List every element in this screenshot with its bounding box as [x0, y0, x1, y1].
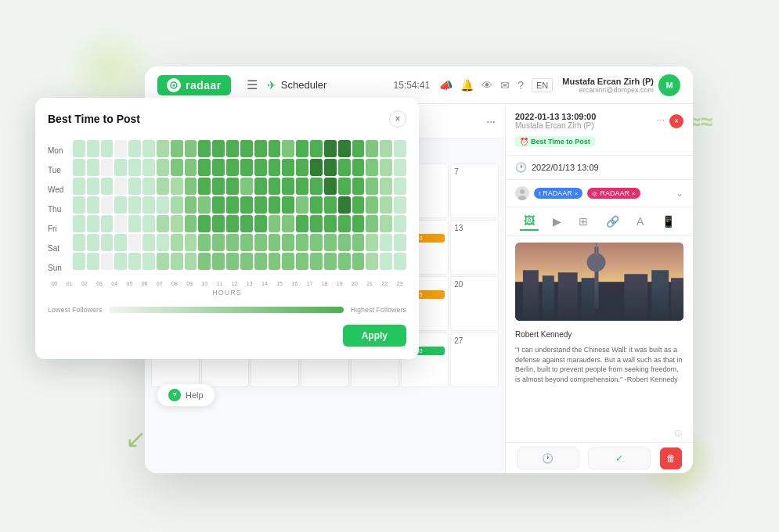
heatmap-cell-sat-6[interactable]: [157, 234, 169, 251]
heatmap-cell-tue-1[interactable]: [87, 159, 99, 176]
eye-icon[interactable]: 👁: [481, 79, 492, 92]
heatmap-cell-sun-5[interactable]: [142, 253, 155, 270]
heatmap-cell-mon-8[interactable]: [185, 140, 197, 157]
tab-link[interactable]: 🔗: [602, 213, 623, 230]
heatmap-cell-mon-11[interactable]: [226, 140, 239, 157]
heatmap-cell-sun-7[interactable]: [171, 253, 183, 270]
heatmap-cell-fri-6[interactable]: [157, 215, 169, 232]
heatmap-cell-wed-15[interactable]: [282, 178, 294, 195]
heatmap-cell-wed-23[interactable]: [394, 178, 406, 195]
tab-text[interactable]: A: [633, 213, 647, 230]
account-tag-1[interactable]: f RADAAR ×: [534, 188, 582, 199]
heatmap-cell-sun-19[interactable]: [338, 253, 351, 270]
heatmap-cell-sat-20[interactable]: [352, 234, 365, 251]
cal-cell-7[interactable]: 7: [450, 164, 499, 218]
heatmap-cell-fri-10[interactable]: [212, 215, 225, 232]
modal-close-button[interactable]: ×: [389, 110, 406, 128]
heatmap-cell-tue-10[interactable]: [212, 159, 225, 176]
heatmap-cell-mon-12[interactable]: [240, 140, 253, 157]
language-selector[interactable]: EN: [532, 78, 553, 92]
app-logo[interactable]: radaar: [157, 75, 231, 95]
close-button[interactable]: ×: [669, 114, 683, 128]
heatmap-cell-sat-7[interactable]: [171, 234, 183, 251]
heatmap-cell-fri-5[interactable]: [142, 215, 155, 232]
heatmap-cell-fri-17[interactable]: [310, 215, 323, 232]
heatmap-cell-tue-12[interactable]: [240, 159, 253, 176]
heatmap-cell-thu-9[interactable]: [198, 196, 211, 214]
heatmap-cell-thu-5[interactable]: [142, 196, 155, 214]
heatmap-cell-tue-23[interactable]: [394, 159, 406, 176]
heatmap-cell-thu-12[interactable]: [240, 196, 253, 214]
heatmap-cell-tue-6[interactable]: [157, 159, 169, 176]
heatmap-cell-fri-7[interactable]: [171, 215, 183, 232]
heatmap-cell-sat-14[interactable]: [269, 234, 281, 251]
heatmap-cell-sat-4[interactable]: [128, 234, 141, 251]
heatmap-cell-thu-16[interactable]: [296, 196, 308, 214]
heatmap-cell-wed-8[interactable]: [185, 178, 197, 195]
more-options-icon[interactable]: ···: [486, 115, 496, 128]
heatmap-cell-thu-18[interactable]: [324, 196, 337, 214]
heatmap-cell-tue-9[interactable]: [198, 159, 211, 176]
heatmap-cell-thu-4[interactable]: [128, 196, 141, 214]
heatmap-cell-mon-2[interactable]: [101, 140, 114, 157]
heatmap-cell-mon-21[interactable]: [366, 140, 378, 157]
heatmap-cell-mon-18[interactable]: [324, 140, 337, 157]
heatmap-cell-mon-16[interactable]: [296, 140, 308, 157]
heatmap-cell-sat-21[interactable]: [366, 234, 378, 251]
heatmap-cell-sun-3[interactable]: [114, 253, 127, 270]
remove-account-1[interactable]: ×: [575, 190, 579, 197]
user-profile[interactable]: Mustafa Ercan Zirh (P) ercaninn@dompex.c…: [562, 74, 680, 96]
heatmap-cell-wed-19[interactable]: [338, 178, 351, 195]
heatmap-cell-tue-21[interactable]: [366, 159, 378, 176]
heatmap-cell-mon-13[interactable]: [254, 140, 267, 157]
schedule-button[interactable]: 🕐: [517, 448, 579, 469]
heatmap-cell-sun-21[interactable]: [366, 253, 378, 270]
delete-button[interactable]: 🗑: [660, 448, 682, 469]
heatmap-cell-thu-0[interactable]: [73, 196, 85, 214]
heatmap-cell-wed-3[interactable]: [114, 178, 127, 195]
heatmap-cell-wed-20[interactable]: [352, 178, 365, 195]
heatmap-cell-fri-14[interactable]: [269, 215, 281, 232]
heatmap-cell-wed-9[interactable]: [198, 178, 211, 195]
heatmap-cell-sat-10[interactable]: [212, 234, 225, 251]
heatmap-cell-tue-15[interactable]: [282, 159, 294, 176]
heatmap-cell-thu-2[interactable]: [101, 196, 114, 214]
heatmap-cell-tue-2[interactable]: [101, 159, 114, 176]
heatmap-cell-fri-20[interactable]: [352, 215, 365, 232]
cal-cell-27[interactable]: 27: [450, 332, 499, 387]
heatmap-cell-thu-23[interactable]: [394, 196, 406, 214]
heatmap-cell-tue-18[interactable]: [324, 159, 337, 176]
heatmap-cell-mon-23[interactable]: [394, 140, 406, 157]
heatmap-cell-mon-1[interactable]: [87, 140, 99, 157]
heatmap-cell-sun-12[interactable]: [240, 253, 253, 270]
cal-cell-20[interactable]: 20: [450, 276, 499, 331]
heatmap-cell-fri-3[interactable]: [114, 215, 127, 232]
heatmap-cell-wed-1[interactable]: [87, 178, 99, 195]
heatmap-cell-fri-2[interactable]: [101, 215, 114, 232]
heatmap-cell-tue-19[interactable]: [338, 159, 351, 176]
heatmap-cell-tue-4[interactable]: [128, 159, 141, 176]
heatmap-cell-sat-19[interactable]: [338, 234, 351, 251]
heatmap-cell-sun-23[interactable]: [394, 253, 406, 270]
heatmap-cell-mon-7[interactable]: [171, 140, 183, 157]
heatmap-cell-sun-17[interactable]: [310, 253, 323, 270]
heatmap-cell-sat-12[interactable]: [240, 234, 253, 251]
heatmap-cell-wed-12[interactable]: [240, 178, 253, 195]
heatmap-cell-sun-9[interactable]: [198, 253, 211, 270]
heatmap-cell-fri-22[interactable]: [380, 215, 392, 232]
heatmap-cell-mon-9[interactable]: [198, 140, 211, 157]
heatmap-cell-mon-6[interactable]: [157, 140, 169, 157]
heatmap-cell-fri-4[interactable]: [128, 215, 141, 232]
heatmap-cell-fri-9[interactable]: [198, 215, 211, 232]
heatmap-cell-wed-16[interactable]: [296, 178, 308, 195]
heatmap-cell-fri-8[interactable]: [185, 215, 197, 232]
heatmap-cell-tue-11[interactable]: [226, 159, 239, 176]
heatmap-cell-sun-11[interactable]: [226, 253, 239, 270]
heatmap-cell-sat-18[interactable]: [324, 234, 337, 251]
heatmap-cell-fri-0[interactable]: [73, 215, 85, 232]
heatmap-cell-sat-9[interactable]: [198, 234, 211, 251]
heatmap-cell-sat-5[interactable]: [142, 234, 155, 251]
heatmap-cell-sat-11[interactable]: [226, 234, 239, 251]
emoji-picker-icon[interactable]: ☺: [673, 426, 683, 439]
heatmap-cell-thu-14[interactable]: [269, 196, 281, 214]
